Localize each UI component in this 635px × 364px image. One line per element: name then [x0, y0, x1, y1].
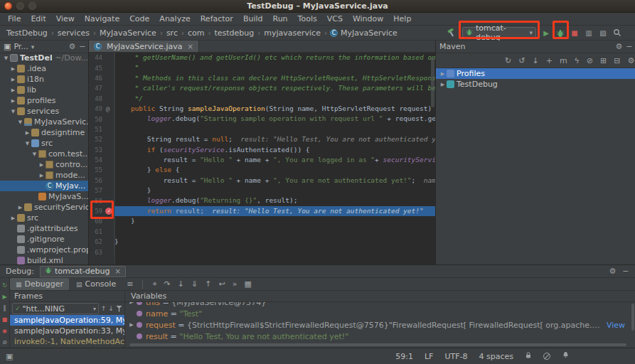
tree-expand-icon[interactable]: ▶	[439, 82, 447, 87]
menu-item-edit[interactable]: Edit	[26, 14, 50, 23]
code-line[interactable]: 47 * caller's request/response objects r…	[89, 83, 435, 93]
hide-panel-icon[interactable]: ─	[80, 42, 85, 51]
tree-expand-icon[interactable]: ▶	[439, 71, 447, 77]
pause-icon[interactable]: ‖	[4, 305, 6, 311]
mute-breakpoints-icon[interactable]: ⊘	[2, 339, 7, 346]
code-line[interactable]: 56 result = "Hello " + name + ", You are…	[89, 176, 435, 186]
generate-sources-icon[interactable]: ↺	[518, 56, 525, 65]
project-tree-item[interactable]: ▶contro...	[0, 159, 88, 170]
rerun-icon[interactable]: ↻	[2, 282, 7, 289]
code-line[interactable]: 55 } else {	[89, 165, 435, 175]
menu-item-file[interactable]: File	[3, 14, 26, 23]
run-with-coverage-icon[interactable]: ▥	[585, 29, 593, 37]
hide-panel-icon[interactable]: ─	[623, 267, 628, 276]
project-tree-item[interactable]: ▶securityServic...	[0, 202, 88, 213]
show-execution-point-icon[interactable]: ⌖	[149, 279, 160, 289]
download-sources-icon[interactable]: ↓	[532, 56, 538, 65]
gear-icon[interactable]: ⚙	[609, 267, 617, 276]
gear-icon[interactable]: ⚙	[69, 42, 76, 51]
stop-button[interactable]: ■	[570, 29, 579, 37]
step-over-icon[interactable]: ↷	[161, 279, 174, 289]
project-tree-item[interactable]: ▶i18n	[0, 74, 88, 85]
project-tree-item[interactable]: .gitignore	[0, 234, 88, 245]
project-tree-item[interactable]: ▼com.test...	[0, 149, 88, 159]
code-line[interactable]: 60 }	[89, 216, 435, 226]
code-line[interactable]: 61	[89, 227, 435, 237]
tree-expand-icon[interactable]: ▶	[16, 205, 24, 210]
tree-expand-icon[interactable]: ▶	[38, 162, 46, 168]
tab-debugger[interactable]: ▦ Debugger	[10, 278, 69, 290]
project-tree-item[interactable]: ▶designtime	[0, 127, 88, 138]
editor-tab[interactable]: C MyJavaService.java ×	[89, 41, 199, 52]
tree-expand-icon[interactable]: ▶	[9, 98, 17, 104]
run-config-combo[interactable]: tomcat-debug ▾	[462, 27, 536, 38]
code-line[interactable]: 58 logger.debug("Returning {}", result);	[89, 196, 435, 205]
menu-item-tools[interactable]: Tools	[293, 14, 322, 23]
debug-button[interactable]	[556, 28, 565, 38]
evaluate-expression-icon[interactable]: ▦	[240, 279, 255, 289]
window-close-button[interactable]	[4, 2, 12, 10]
tree-expand-icon[interactable]: ▶	[128, 322, 135, 328]
frame-item[interactable]: invoke0:-1, NativeMethodAcc	[10, 336, 124, 347]
maven-settings-icon[interactable]: ⚙	[628, 56, 635, 65]
menu-item-view[interactable]: View	[51, 14, 80, 23]
indent-size[interactable]: 4 spaces	[479, 352, 514, 361]
line-separator[interactable]: LF	[425, 352, 433, 361]
collapse-all-icon[interactable]: ⊟	[614, 56, 620, 65]
code-line[interactable]: 51	[89, 124, 435, 134]
tree-collapse-icon[interactable]: ▼	[9, 109, 17, 114]
project-tree-item[interactable]: .gitattributes	[0, 223, 88, 234]
run-to-cursor-icon[interactable]: »	[229, 279, 241, 289]
menu-item-vcs[interactable]: VCS	[322, 14, 348, 23]
breadcrumb-item[interactable]: myjavaservice	[263, 28, 321, 38]
filter-frames-icon[interactable]	[116, 306, 122, 312]
code-line[interactable]: 59✓ return result; result: "Hello Test, …	[89, 206, 435, 216]
file-encoding[interactable]: UTF-8	[444, 352, 467, 361]
vertical-scrollbar[interactable]	[631, 304, 634, 331]
window-minimize-button[interactable]	[16, 2, 24, 10]
menu-item-code[interactable]: Code	[124, 14, 154, 23]
drop-frame-icon[interactable]: ↩	[215, 279, 228, 289]
project-tree-item[interactable]: ▶.idea	[0, 63, 88, 74]
code-line[interactable]: 45 *	[89, 63, 435, 73]
menu-item-build[interactable]: Build	[238, 14, 268, 23]
maven-tree-item[interactable]: ▶TestDebug	[436, 79, 635, 90]
build-hammer-icon[interactable]	[447, 28, 457, 38]
close-icon[interactable]: ×	[187, 43, 193, 50]
project-tree-item[interactable]: CMyJav...	[0, 181, 88, 191]
inspections-profile-icon[interactable]	[543, 353, 550, 360]
breadcrumb-item[interactable]: TestDebug	[6, 28, 48, 38]
next-frame-icon[interactable]: ↓	[108, 305, 114, 312]
menu-item-analyze[interactable]: Analyze	[154, 14, 195, 23]
resume-icon[interactable]: ▶	[2, 294, 6, 300]
tab-console[interactable]: ▤ Console	[70, 278, 122, 290]
search-everywhere-icon[interactable]	[613, 28, 621, 37]
tree-expand-icon[interactable]: ▶	[128, 302, 135, 305]
tree-collapse-icon[interactable]: ▼	[2, 55, 10, 61]
project-tree-item[interactable]: .wmproject.prop	[0, 245, 88, 255]
variable-item[interactable]: ▶request = {StrictHttpFirewall$StrictFir…	[125, 319, 635, 331]
view-breakpoints-icon[interactable]: ◉	[2, 328, 7, 334]
run-button[interactable]: ▶	[542, 29, 550, 37]
view-link[interactable]: View	[602, 321, 635, 330]
project-view-selector[interactable]: Pr...	[14, 42, 28, 51]
gear-icon[interactable]: ⚙	[616, 42, 623, 51]
variable-item[interactable]: ▶this = {MyJavaService@7574}	[125, 302, 635, 308]
code-line[interactable]: 62}	[89, 237, 435, 247]
bell-icon[interactable]	[562, 351, 570, 361]
code-line[interactable]: 46 * Methods in this class can declare H…	[89, 73, 435, 83]
variable-item[interactable]: name = "Test"	[125, 308, 635, 319]
breadcrumb-item[interactable]: MyJavaService	[99, 28, 157, 38]
code-line[interactable]: 48 */	[89, 94, 435, 104]
horizontal-scrollbar[interactable]	[129, 343, 626, 346]
tree-expand-icon[interactable]: ▶	[9, 215, 17, 221]
code-line[interactable]: 50 logger.debug("Starting sample operati…	[89, 114, 435, 124]
menu-item-window[interactable]: Window	[348, 14, 388, 23]
project-tree-item[interactable]: ▼TestDebug~/Dow...	[0, 53, 88, 63]
thread-selector[interactable]: ✓ "htt...NING ▾	[12, 303, 99, 314]
project-tree-item[interactable]: ▶lib	[0, 85, 88, 95]
toggle-offline-icon[interactable]: ϟ	[575, 56, 580, 65]
tree-collapse-icon[interactable]: ▼	[23, 141, 31, 146]
run-maven-goal-icon[interactable]: m	[560, 56, 567, 65]
reimport-icon[interactable]: ↻	[505, 56, 511, 65]
